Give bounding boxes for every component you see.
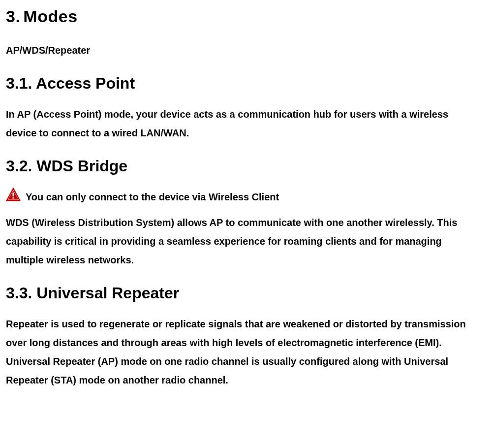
section-heading-access-point: 3.1. Access Point bbox=[6, 71, 476, 95]
page-title: 3.Modes bbox=[6, 4, 476, 29]
warning-line: You can only connect to the device via W… bbox=[6, 188, 476, 206]
section-heading-universal-repeater: 3.3. Universal Repeater bbox=[6, 281, 476, 305]
section-body-wds-bridge: WDS (Wireless Distribution System) allow… bbox=[6, 213, 476, 269]
svg-rect-2 bbox=[13, 192, 14, 196]
warning-text: You can only connect to the device via W… bbox=[26, 190, 279, 204]
section-body-universal-repeater: Repeater is used to regenerate or replic… bbox=[6, 315, 476, 389]
svg-rect-3 bbox=[13, 197, 14, 199]
page-title-number: 3. bbox=[6, 7, 20, 26]
page-title-text: Modes bbox=[23, 7, 77, 26]
section-body-access-point: In AP (Access Point) mode, your device a… bbox=[6, 105, 476, 142]
section-heading-wds-bridge: 3.2. WDS Bridge bbox=[6, 154, 476, 178]
warning-icon bbox=[6, 188, 21, 206]
modes-summary: AP/WDS/Repeater bbox=[6, 41, 476, 60]
